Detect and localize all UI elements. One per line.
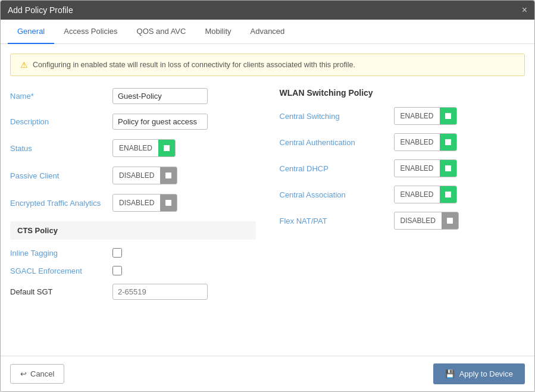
flex-nat-toggle-label: DISABLED [395,214,442,228]
save-icon: 💾 [445,369,455,378]
modal-body: ⚠ Configuring in enabled state will resu… [1,44,534,356]
default-sgt-label: Default SGT [10,287,105,296]
cancel-label: Cancel [30,369,54,378]
central-auth-indicator [440,134,456,150]
passive-client-label: Passive Client [10,171,105,180]
modal-footer: ↩ Cancel 💾 Apply to Device [1,356,534,391]
central-assoc-row: Central Association ENABLED [280,186,525,203]
flex-nat-row: Flex NAT/PAT DISABLED [280,212,525,230]
flex-nat-toggle[interactable]: DISABLED [394,212,459,230]
flex-nat-indicator [442,212,458,229]
central-dhcp-label: Central DHCP [280,164,387,173]
apply-to-device-button[interactable]: 💾 Apply to Device [433,363,525,384]
tab-access-policies[interactable]: Access Policies [54,20,127,44]
central-switching-toggle[interactable]: ENABLED [394,107,457,125]
name-label: Name* [10,92,105,101]
central-switching-label: Central Switching [280,112,387,121]
default-sgt-row: Default SGT [10,284,256,300]
warning-text: Configuring in enabled state will result… [33,61,355,69]
form-right: WLAN Switching Policy Central Switching … [280,88,525,309]
sgacl-label: SGACL Enforcement [10,266,105,275]
sgacl-checkbox[interactable] [112,266,122,275]
description-label: Description [10,117,105,126]
cancel-icon: ↩ [20,369,27,378]
central-switching-toggle-label: ENABLED [395,109,440,123]
sgacl-row: SGACL Enforcement [10,266,256,275]
passive-client-toggle-label: DISABLED [113,168,160,183]
central-auth-row: Central Authentication ENABLED [280,133,525,151]
inline-tagging-label: Inline Tagging [10,249,105,258]
tab-advanced[interactable]: Advanced [241,20,295,44]
central-auth-toggle-label: ENABLED [395,135,440,149]
modal-title: Add Policy Profile [8,5,73,15]
tab-qos-avc[interactable]: QOS and AVC [127,20,196,44]
encrypted-toggle[interactable]: DISABLED [112,194,177,212]
status-row: Status ENABLED [10,139,256,157]
status-toggle-indicator [158,140,175,156]
cts-title: CTS Policy [10,221,256,240]
central-assoc-toggle[interactable]: ENABLED [394,186,457,203]
warning-banner: ⚠ Configuring in enabled state will resu… [10,54,525,76]
encrypted-row: Encrypted Traffic Analytics DISABLED [10,194,256,212]
description-input[interactable] [112,114,208,130]
inline-tagging-checkbox[interactable] [112,248,122,258]
central-dhcp-row: Central DHCP ENABLED [280,159,525,177]
central-assoc-indicator [440,186,456,203]
tab-bar: General Access Policies QOS and AVC Mobi… [1,20,534,44]
default-sgt-input[interactable] [112,284,208,300]
form-left: Name* Description Status ENABLED [10,88,256,309]
central-dhcp-toggle-label: ENABLED [395,161,440,175]
name-input[interactable] [112,88,208,104]
status-label: Status [10,144,105,153]
flex-nat-label: Flex NAT/PAT [280,217,387,225]
status-toggle[interactable]: ENABLED [112,139,176,157]
close-button[interactable]: × [522,5,527,15]
warning-icon: ⚠ [20,60,28,70]
central-auth-toggle[interactable]: ENABLED [394,133,457,151]
apply-label: Apply to Device [459,369,513,378]
cts-section: CTS Policy Inline Tagging SGACL Enforcem… [10,221,256,300]
modal-header: Add Policy Profile × [1,1,534,20]
encrypted-toggle-label: DISABLED [113,196,160,210]
encrypted-label: Encrypted Traffic Analytics [10,199,105,208]
central-assoc-label: Central Association [280,190,387,199]
tab-general[interactable]: General [8,20,54,44]
description-row: Description [10,114,256,130]
add-policy-profile-modal: Add Policy Profile × General Access Poli… [0,0,535,392]
form-layout: Name* Description Status ENABLED [10,88,525,309]
name-row: Name* [10,88,256,104]
inline-tagging-row: Inline Tagging [10,248,256,258]
status-toggle-label: ENABLED [113,141,158,155]
cancel-button[interactable]: ↩ Cancel [10,364,64,384]
central-dhcp-toggle[interactable]: ENABLED [394,159,457,177]
central-switching-indicator [440,108,456,124]
passive-client-row: Passive Client DISABLED [10,167,256,184]
central-dhcp-indicator [440,160,456,177]
passive-client-toggle[interactable]: DISABLED [112,167,177,184]
wlan-title: WLAN Switching Policy [280,88,525,98]
central-assoc-toggle-label: ENABLED [395,187,440,202]
passive-client-toggle-indicator [160,167,177,184]
encrypted-toggle-indicator [160,195,177,211]
tab-mobility[interactable]: Mobility [195,20,240,44]
central-switching-row: Central Switching ENABLED [280,107,525,125]
central-auth-label: Central Authentication [280,138,387,147]
